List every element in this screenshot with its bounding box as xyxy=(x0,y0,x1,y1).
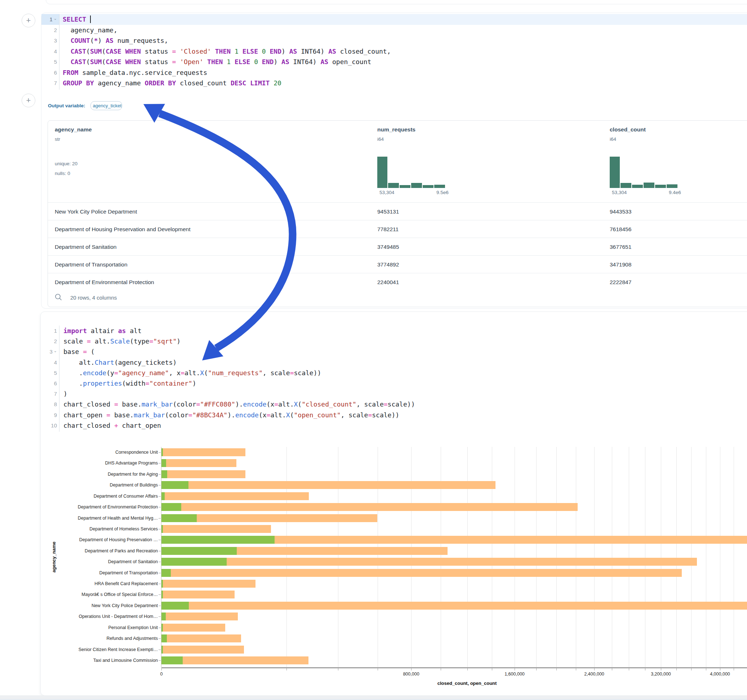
sql-code-editor[interactable]: 1⌄SELECT 2 agency_name,3 COUNT(*) AS num… xyxy=(41,14,747,90)
code-token: INT64) xyxy=(297,48,328,55)
code-text: CAST(SUM(CASE WHEN status = 'Open' THEN … xyxy=(63,57,371,67)
y-axis-label: New York City Police Department xyxy=(92,603,158,608)
column-header[interactable]: closed_counti6453,3049.4e6 xyxy=(610,121,703,202)
code-token xyxy=(269,79,274,87)
code-text: import altair as alt xyxy=(64,326,142,336)
code-token: ELSE xyxy=(242,48,258,55)
code-line[interactable]: 5 .encode(y="agency_name", x=alt.X("num_… xyxy=(41,368,747,378)
gridline xyxy=(536,447,537,667)
line-number: 6 xyxy=(41,67,57,78)
code-token: alt. xyxy=(91,337,110,345)
code-line[interactable]: 8chart_closed = base.mark_bar(color="#FF… xyxy=(41,399,747,409)
fold-chevron-icon[interactable]: ⌄ xyxy=(54,16,57,21)
code-token xyxy=(250,58,254,66)
y-axis-tick xyxy=(159,507,161,507)
open-count-bar xyxy=(162,525,163,533)
open-count-bar xyxy=(162,656,183,664)
output-variable-row: Output variable: agency_tickets xyxy=(48,100,122,112)
code-token xyxy=(121,58,126,66)
code-token: X xyxy=(294,400,298,408)
code-line[interactable]: 2scale = alt.Scale(type="sqrt") xyxy=(41,336,747,346)
code-token: num_requests, xyxy=(113,37,168,44)
line-number: 2 xyxy=(41,336,57,346)
closed-count-bar xyxy=(162,503,578,511)
code-token: X xyxy=(200,369,204,377)
code-token: (agency_tickets) xyxy=(114,359,177,366)
code-token xyxy=(231,58,234,66)
code-token: CAST xyxy=(71,58,86,66)
code-line[interactable]: 4 alt.Chart(agency_tickets) xyxy=(41,357,747,368)
line-number: 8 xyxy=(41,399,57,409)
search-icon[interactable] xyxy=(54,293,62,301)
code-line[interactable]: 9chart_open = base.mark_bar(color="#8BC3… xyxy=(41,410,747,420)
closed-count-bar xyxy=(162,525,271,533)
x-axis-tick xyxy=(676,668,677,670)
y-axis-label: Department of Housing Preservation … xyxy=(79,537,158,543)
table-row[interactable]: Department of Transportation377489234719… xyxy=(48,255,747,273)
code-token: ( xyxy=(290,411,294,419)
code-line[interactable]: 2 agency_name, xyxy=(41,25,747,36)
code-token: THEN xyxy=(207,58,223,66)
closed-count-bar xyxy=(162,580,256,588)
code-token: as xyxy=(118,327,126,335)
code-token: sample_data.nyc.service_requests xyxy=(78,69,207,76)
code-line[interactable]: 3⌄base = ( xyxy=(41,346,747,357)
code-token: ) xyxy=(177,337,180,345)
code-line[interactable]: 6 .properties(width="container") xyxy=(41,378,747,389)
x-axis-tick xyxy=(576,668,576,670)
code-token: LIMIT xyxy=(250,79,269,87)
code-token: , scale xyxy=(263,369,290,377)
code-token: AS xyxy=(321,58,328,66)
code-line[interactable]: 7GROUP BY agency_name ORDER BY closed_co… xyxy=(41,78,747,89)
code-token: alt xyxy=(126,327,141,335)
y-axis-tick xyxy=(159,594,161,595)
python-code-editor[interactable]: 1import altair as alt2scale = alt.Scale(… xyxy=(41,326,747,432)
y-axis-tick xyxy=(159,650,161,650)
table-cell: Department of Sanitation xyxy=(55,238,116,256)
code-token: ELSE xyxy=(234,58,250,66)
code-line[interactable]: 5 CAST(SUM(CASE WHEN status = 'Open' THE… xyxy=(41,57,747,67)
y-axis-label: Department of Transportation xyxy=(99,570,158,576)
gridline xyxy=(720,447,720,667)
code-token: = xyxy=(145,380,150,387)
table-cell: 9453131 xyxy=(377,203,399,220)
column-name: closed_count xyxy=(610,127,646,133)
gutter-separator xyxy=(59,326,59,432)
histogram-min-label: 53,304 xyxy=(612,190,627,195)
code-token: SELECT xyxy=(63,15,90,23)
code-token: 1 xyxy=(234,48,239,55)
table-row[interactable]: Department of Housing Preservation and D… xyxy=(48,220,747,238)
previous-cell-edge xyxy=(46,0,747,5)
table-row[interactable]: New York City Police Department945313194… xyxy=(48,202,747,220)
code-line[interactable]: 4 CAST(SUM(CASE WHEN status = 'Closed' T… xyxy=(41,46,747,57)
column-header[interactable]: num_requestsi6453,3049.5e6 xyxy=(377,121,471,202)
line-number: 10 xyxy=(41,420,57,431)
add-cell-button-top[interactable]: + xyxy=(22,14,35,27)
column-header[interactable]: agency_namestrunique: 20nulls: 0 xyxy=(55,121,148,202)
code-line[interactable]: 6FROM sample_data.nyc.service_requests xyxy=(41,67,747,78)
gridline xyxy=(594,447,594,667)
code-line[interactable]: 10chart_closed + chart_open xyxy=(41,420,747,431)
code-line[interactable]: 1import altair as alt xyxy=(41,326,747,336)
table-cell: New York City Police Department xyxy=(55,203,137,220)
x-axis-tick xyxy=(162,668,162,670)
code-token: "agency_name" xyxy=(118,369,169,377)
column-stat: nulls: 0 xyxy=(55,170,70,176)
open-count-bar xyxy=(162,514,197,522)
add-cell-button-output[interactable]: + xyxy=(22,94,35,107)
code-line[interactable]: 3 COUNT(*) AS num_requests, xyxy=(41,35,747,46)
column-type: str xyxy=(55,136,60,142)
code-line[interactable]: 1⌄SELECT xyxy=(41,14,747,25)
output-variable-badge[interactable]: agency_tickets xyxy=(91,101,122,110)
x-axis-tick xyxy=(612,668,612,670)
table-row[interactable]: Department of Sanitation37494853677651 xyxy=(48,238,747,256)
code-token: ( xyxy=(86,48,90,55)
fold-chevron-icon[interactable]: ⌄ xyxy=(54,348,57,353)
x-axis-tick xyxy=(556,668,557,670)
code-token: "sqrt" xyxy=(153,337,177,345)
code-token: . xyxy=(64,380,83,387)
code-token: ) xyxy=(192,380,197,387)
line-number: 7 xyxy=(41,78,57,89)
code-token: 1 xyxy=(227,58,231,66)
code-line[interactable]: 7) xyxy=(41,389,747,399)
